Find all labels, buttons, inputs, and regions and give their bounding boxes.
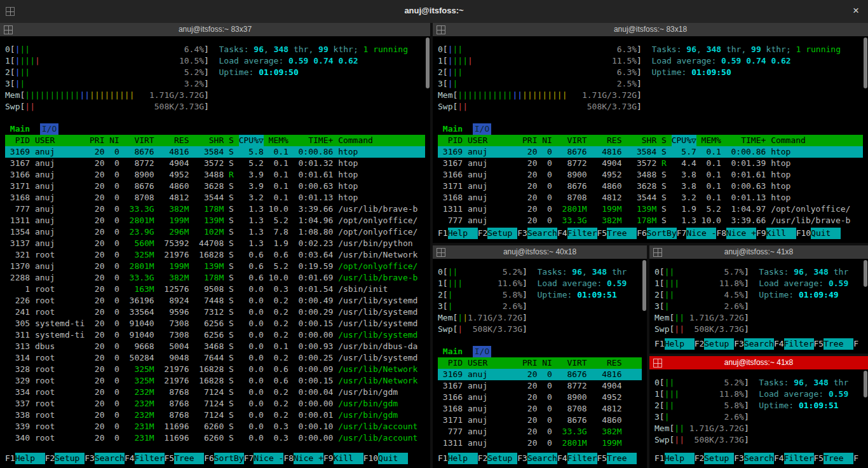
process-row-3168[interactable]: 3168anuj200870848123544S3.20.10:01.13hto… [5, 192, 425, 203]
fkey-f2[interactable]: F2Setup [45, 453, 85, 464]
close-icon[interactable]: × [853, 4, 859, 17]
fkey-f5[interactable]: F5Tree [814, 453, 854, 464]
col-header-pid[interactable]: PID [438, 357, 463, 369]
col-header-user[interactable]: USER [468, 135, 517, 146]
fkey-f10[interactable]: F10Quit [796, 228, 841, 239]
process-row-313[interactable]: 313dbus200966850043468S0.00.10:00.93/usr… [5, 341, 425, 352]
col-header-mem[interactable]: MEM% [702, 135, 721, 146]
process-row-777[interactable]: 777anuj20033.3G382M178MS1.310.03:39.66/u… [438, 215, 863, 226]
col-header-mem[interactable]: MEM% [269, 135, 288, 146]
pane-grid-icon[interactable] [437, 248, 445, 257]
fkey-f3[interactable]: F3Search [734, 338, 774, 350]
process-row-3166[interactable]: 3166anuj200890049523488S3.80.10:01.61hto… [438, 169, 863, 181]
col-header-pri[interactable]: PRI [522, 357, 537, 369]
fkey-f2[interactable]: F2Setup [478, 228, 518, 239]
col-header-user[interactable]: USER [468, 357, 517, 369]
col-header-pid[interactable]: PID [5, 135, 30, 146]
process-row-3167[interactable]: 3167anuj20087724904 [438, 380, 642, 392]
fkey-f1[interactable]: F1Help [5, 453, 45, 464]
fkey-f7[interactable]: F7Nice - [677, 228, 717, 239]
fkey-f8[interactable]: F8Nice + [716, 228, 756, 239]
fkey-f2[interactable]: F2Setup [478, 453, 518, 464]
fkey-f[interactable]: F [853, 453, 858, 464]
col-header-shr[interactable]: SHR [627, 135, 656, 146]
process-row-1311[interactable]: 1311anuj2002801M199M139MS1.35.21:04.96/o… [5, 215, 425, 226]
pane-titlebar-right-top[interactable]: anuj@itsfoss:~ 83x18 [433, 23, 868, 36]
process-row-334[interactable]: 334root200232M87687124S0.00.20:00.04/usr… [5, 387, 425, 398]
col-header-cpu[interactable]: CPU%▽ [239, 135, 264, 146]
scrollbar[interactable] [864, 38, 867, 242]
fkey-f7[interactable]: F7Nice - [244, 453, 284, 464]
col-header-time[interactable]: TIME+ [726, 135, 766, 146]
process-row-226[interactable]: 226root2003619689247448S0.00.20:00.49/us… [5, 295, 425, 306]
col-header-res[interactable]: RES [592, 135, 622, 146]
process-row-328[interactable]: 328root200325M2197616828S0.00.60:00.09/u… [5, 364, 425, 375]
pane-grid-icon[interactable] [653, 359, 662, 368]
col-header-s[interactable]: S [661, 135, 667, 146]
fkey-f1[interactable]: F1Help [438, 228, 478, 239]
window-titlebar[interactable]: anuj@itsfoss:~ × [0, 0, 868, 24]
process-row-321[interactable]: 321root200325M2197616828S0.60.60:03.64/u… [5, 249, 425, 261]
process-row-329[interactable]: 329root200325M2197616828S0.00.60:00.15/u… [5, 375, 425, 387]
fkey-f3[interactable]: F3Search [734, 453, 774, 464]
tab-io[interactable]: I/O [473, 123, 491, 135]
pane-grid-icon[interactable] [437, 25, 445, 34]
fkey-f1[interactable]: F1Help [654, 453, 695, 464]
tab-io[interactable]: I/O [40, 123, 58, 135]
process-row-340[interactable]: 340root200231M116966260S0.00.30:00.00/us… [5, 432, 425, 444]
fkey-f3[interactable]: F3Search [517, 228, 557, 239]
fkey-f5[interactable]: F5Tree [814, 338, 854, 350]
fkey-f4[interactable]: F4Filter [774, 453, 814, 464]
fkey-f3[interactable]: F3Search [517, 453, 557, 464]
process-row-314[interactable]: 314root2005028490487644S0.00.20:00.25/us… [5, 352, 425, 364]
col-header-s[interactable]: S [229, 135, 234, 146]
fkey-f6[interactable]: F6SortBy [637, 228, 677, 239]
process-row-1354[interactable]: 1354anuj20023.9G296M102MS1.37.81:08.80/o… [5, 226, 425, 238]
col-header-time[interactable]: TIME+ [294, 135, 334, 146]
fkey-f5[interactable]: F5Tree [597, 453, 637, 464]
scrollbar[interactable] [426, 38, 430, 467]
col-header-virt[interactable]: VIRT [557, 135, 587, 146]
process-row-1[interactable]: 1root200163M125769508S0.00.30:01.54/sbin… [5, 284, 425, 295]
tab-io[interactable]: I/O [473, 346, 491, 357]
fkey-f8[interactable]: F8Nice + [283, 453, 323, 464]
scrollbar[interactable] [642, 260, 646, 467]
process-row-777[interactable]: 777anuj20033.3G382M [438, 426, 642, 437]
fkey-f6[interactable]: F6SortBy [204, 453, 244, 464]
terminal-right-bottom[interactable]: 0[||5.2%]1[|||11.8%]2[||5.8%]3[|2.6%]Mem… [649, 369, 868, 468]
fkey-f9[interactable]: F9Kill [323, 453, 363, 464]
col-header-pri[interactable]: PRI [522, 135, 537, 146]
fkey-f9[interactable]: F9Kill [756, 228, 796, 239]
col-header-pri[interactable]: PRI [90, 135, 104, 146]
pane-titlebar-right-bottom[interactable]: anuj@itsfoss:~ 41x8 [649, 356, 868, 369]
tab-main[interactable]: Main [443, 346, 463, 357]
pane-grid-icon[interactable] [4, 25, 13, 34]
fkey-f4[interactable]: F4Filter [125, 453, 165, 464]
process-row-3169[interactable]: 3169anuj200867648163584S5.70.10:00.86hto… [438, 146, 863, 158]
col-header-user[interactable]: USER [35, 135, 85, 146]
col-header-cpu[interactable]: CPU%▽ [672, 135, 696, 146]
process-row-1370[interactable]: 1370anuj2002801M199M139MS0.65.20:19.59/o… [5, 261, 425, 272]
col-header-ni[interactable]: NI [542, 135, 552, 146]
process-row-2288[interactable]: 2288anuj20033.3G382M178MS0.610.00:01.69/… [5, 272, 425, 284]
scrollbar-thumb[interactable] [642, 260, 646, 311]
process-row-1311[interactable]: 1311anuj2002801M199M [438, 437, 642, 449]
process-row-3166[interactable]: 3166anuj200890049523488R3.90.10:01.61hto… [5, 169, 425, 181]
col-header-ni[interactable]: NI [109, 135, 119, 146]
col-header-command[interactable]: Command [771, 135, 863, 146]
terminal-bottom-left[interactable]: 0[||5.2%]1[|||11.6%]2[|5.8%]3[|2.6%]Mem[… [433, 259, 647, 468]
process-row-305[interactable]: 305systemd-ti2009104073086256S0.00.20:00… [5, 318, 425, 329]
scrollbar-thumb[interactable] [864, 260, 867, 287]
process-row-338[interactable]: 338root200232M87687124S0.00.20:00.01/usr… [5, 410, 425, 421]
pane-grid-icon[interactable] [653, 248, 662, 257]
process-row-311[interactable]: 311systemd-ti2009104073086256S0.00.20:00… [5, 329, 425, 341]
pane-titlebar-left[interactable]: anuj@itsfoss:~ 83x37 [0, 23, 430, 36]
process-row-3167[interactable]: 3167anuj200877249043572S5.20.10:01.32hto… [5, 158, 425, 169]
scrollbar-thumb[interactable] [864, 38, 867, 88]
col-header-command[interactable]: Command [338, 135, 425, 146]
col-header-virt[interactable]: VIRT [557, 357, 587, 369]
terminal-left[interactable]: 0[|||6.4%]1[|||||10.5%]2[|||5.2%]3[||3.2… [0, 36, 430, 468]
fkey-f5[interactable]: F5Tree [165, 453, 205, 464]
pane-titlebar-right-mid[interactable]: anuj@itsfoss:~ 41x8 [649, 245, 868, 259]
fkey-f2[interactable]: F2Setup [695, 453, 735, 464]
